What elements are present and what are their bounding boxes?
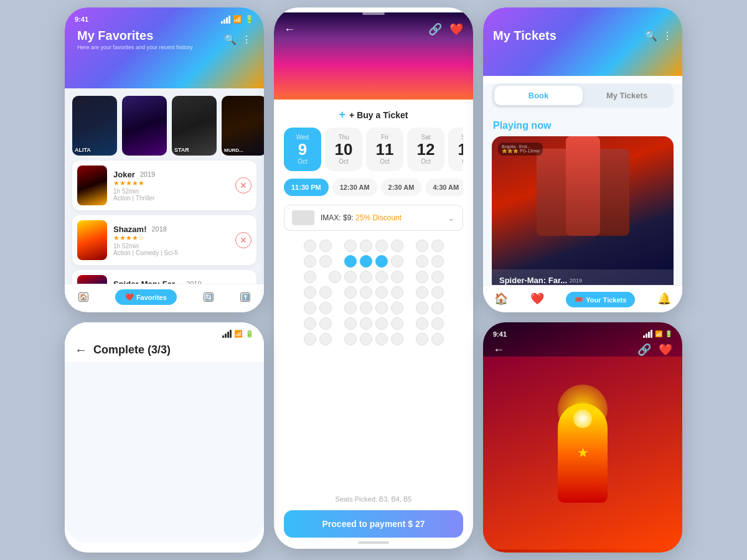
heart-button-6[interactable]: ❤️ [659, 343, 672, 357]
seat-f7[interactable] [416, 317, 428, 330]
tab-book[interactable]: Book [494, 86, 583, 105]
share-button-6[interactable]: 🔗 [637, 343, 651, 357]
seat-b6[interactable] [391, 255, 403, 268]
seat-e6[interactable] [391, 302, 403, 314]
seat-g3[interactable] [344, 333, 357, 345]
menu-button-3[interactable]: ⋮ [662, 30, 672, 42]
seat-b1[interactable] [304, 255, 316, 268]
seat-d2[interactable] [319, 286, 332, 299]
seat-d3[interactable] [344, 286, 357, 299]
seat-g8[interactable] [431, 333, 444, 345]
list-item[interactable]: Shazam! 2018 ★★★★☆ 1h 52min Action | Com… [72, 215, 256, 265]
date-sat-12[interactable]: Sat 12 Oct [407, 128, 444, 171]
seat-a6[interactable] [391, 240, 403, 252]
nav-heart-icon-3[interactable]: ❤️ [530, 292, 544, 307]
seat-c1[interactable] [304, 271, 316, 283]
seat-b8[interactable] [431, 255, 444, 268]
seat-e5[interactable] [375, 302, 388, 314]
search-button-3[interactable]: 🔍 [645, 30, 657, 42]
seat-a3[interactable] [344, 240, 357, 252]
seat-f2[interactable] [319, 317, 332, 330]
nav-upload-button[interactable]: ⬆️ [240, 292, 250, 302]
seat-d4[interactable] [360, 286, 372, 299]
back-button-2[interactable]: ← [284, 23, 295, 36]
seat-e4[interactable] [360, 302, 372, 314]
time-430am[interactable]: 4:30 AM [425, 179, 463, 196]
seat-d1[interactable] [304, 286, 316, 299]
remove-joker-button[interactable]: ✕ [235, 177, 251, 194]
date-sun-13[interactable]: Sun 13 Oct [448, 128, 463, 171]
seat-g6[interactable] [391, 333, 403, 345]
seat-c8[interactable] [431, 271, 444, 283]
list-item[interactable]: Joker 2019 ★★★★★ 1h 52min Action | Thril… [72, 161, 256, 210]
seat-f1[interactable] [304, 317, 316, 330]
time-1130pm[interactable]: 11:30 PM [284, 179, 329, 196]
movie-thumb-avengers[interactable] [122, 96, 167, 156]
seat-c7[interactable] [416, 271, 428, 283]
seat-b4[interactable] [360, 255, 372, 268]
search-button-1[interactable]: 🔍 [224, 34, 237, 45]
date-num-11: 11 [376, 141, 394, 159]
joker-info: Joker 2019 ★★★★★ 1h 52min Action | Thril… [113, 170, 229, 202]
seat-e1[interactable] [304, 302, 316, 314]
date-thu-10[interactable]: Thu 10 Oct [325, 128, 362, 171]
seat-f3[interactable] [344, 317, 357, 330]
seat-d5[interactable] [375, 286, 388, 299]
seat-f8[interactable] [431, 317, 444, 330]
share-button-2[interactable]: 🔗 [428, 22, 442, 36]
seat-b7[interactable] [416, 255, 428, 268]
seat-f5[interactable] [375, 317, 388, 330]
seat-g7[interactable] [416, 333, 428, 345]
menu-button-1[interactable]: ⋮ [242, 34, 251, 45]
seat-g2[interactable] [319, 333, 332, 345]
date-month-oct-11: Oct [380, 158, 390, 165]
proceed-to-payment-button[interactable]: Proceed to payment $ 27 [284, 510, 463, 538]
seat-g5[interactable] [375, 333, 388, 345]
movie-thumb-star[interactable]: STAR [172, 96, 217, 156]
seat-a7[interactable] [416, 240, 428, 252]
seat-c2[interactable] [329, 271, 341, 283]
seat-c6[interactable] [391, 271, 403, 283]
nav-share-button[interactable]: 🔄 [204, 292, 214, 302]
seat-c3[interactable] [344, 271, 357, 283]
date-fri-11[interactable]: Fri 11 Oct [366, 128, 403, 171]
time-230am[interactable]: 2:30 AM [381, 179, 422, 196]
seat-e8[interactable] [431, 302, 444, 314]
movie-thumb-alita[interactable]: ALITA [72, 96, 117, 156]
seat-a4[interactable] [360, 240, 372, 252]
remove-shazam-button[interactable]: ✕ [235, 232, 251, 248]
heart-button-2[interactable]: ❤️ [449, 22, 463, 36]
seat-c4[interactable] [360, 271, 372, 283]
nav-bell-icon-3[interactable]: 🔔 [657, 292, 671, 307]
seat-a1[interactable] [304, 240, 316, 252]
seat-e2[interactable] [319, 302, 332, 314]
nav-home-icon-3[interactable]: 🏠 [494, 292, 508, 307]
nav-favorites-button[interactable]: ❤️ Favorites [115, 289, 177, 305]
seat-a8[interactable] [431, 240, 444, 252]
date-wed-9[interactable]: Wed 9 Oct [284, 128, 321, 171]
ticket-type-selector[interactable]: IMAX: $9: 25% Discount ⌄ [284, 205, 463, 231]
seat-b2[interactable] [319, 255, 332, 268]
seat-d7[interactable] [416, 286, 428, 299]
seat-a2[interactable] [319, 240, 332, 252]
movie-thumb-murder[interactable]: MURD... [222, 96, 264, 156]
back-button-4[interactable]: ← [75, 343, 87, 357]
seat-d8[interactable] [431, 286, 444, 299]
seat-g4[interactable] [360, 333, 372, 345]
nav-tickets-pill[interactable]: 🎟️ Your Tickets [566, 292, 635, 307]
time-1230am[interactable]: 12:30 AM [332, 179, 377, 196]
seat-f4[interactable] [360, 317, 372, 330]
seat-c5[interactable] [375, 271, 388, 283]
seat-e3[interactable] [344, 302, 357, 314]
nav-home-button[interactable]: 🏠 [78, 292, 88, 302]
tab-my-tickets[interactable]: My Tickets [583, 86, 671, 105]
seat-b3[interactable] [344, 255, 357, 268]
seat-f6[interactable] [391, 317, 403, 330]
joker-name: Joker [113, 170, 135, 179]
seat-d6[interactable] [391, 286, 403, 299]
seat-g1[interactable] [304, 333, 316, 345]
seat-a5[interactable] [375, 240, 388, 252]
back-button-6[interactable]: ← [493, 343, 504, 357]
seat-b5[interactable] [375, 255, 388, 268]
seat-e7[interactable] [416, 302, 428, 314]
